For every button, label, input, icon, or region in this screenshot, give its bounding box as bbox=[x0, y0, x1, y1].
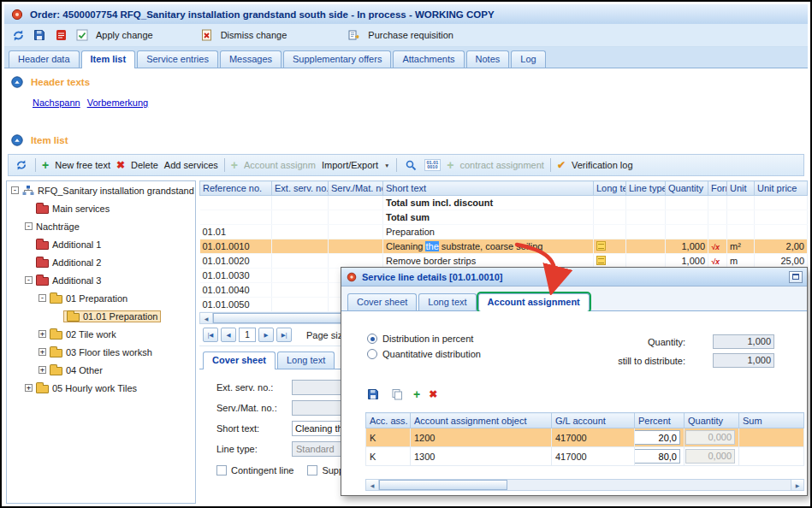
col-percent[interactable]: Percent bbox=[635, 413, 685, 428]
import-export-dropdown-icon[interactable]: ▼ bbox=[384, 162, 389, 168]
purchase-requisition-button[interactable]: Purchase requisition bbox=[368, 30, 453, 40]
tree-item-01-preparation[interactable]: - 01 Preparation bbox=[7, 289, 195, 307]
tree-item-nachtraege[interactable]: - Nachträge bbox=[7, 217, 195, 235]
tree-item-label[interactable]: Additional 2 bbox=[52, 257, 102, 268]
col-line-type[interactable]: Line type bbox=[626, 181, 666, 196]
tree-item-label[interactable]: Main services bbox=[52, 204, 110, 214]
refresh-button[interactable] bbox=[10, 27, 26, 43]
radio-quantitative-distribution[interactable] bbox=[367, 349, 377, 359]
distribution-percent-option[interactable]: Distribution in percent bbox=[367, 334, 473, 344]
renumber-button[interactable]: 01.01 0010 bbox=[424, 159, 442, 171]
copy-button[interactable] bbox=[389, 387, 405, 402]
delete-button[interactable]: Delete bbox=[131, 160, 158, 170]
supplem-line-checkbox[interactable] bbox=[307, 465, 317, 476]
prev-page-button[interactable]: ◀ bbox=[221, 328, 236, 342]
maximize-button[interactable] bbox=[789, 271, 803, 283]
tab-log[interactable]: Log bbox=[511, 50, 545, 68]
tree-item-main-services[interactable]: Main services bbox=[7, 199, 195, 217]
col-quantity[interactable]: Quantity bbox=[666, 181, 708, 196]
expander-icon[interactable]: + bbox=[39, 348, 46, 356]
refresh-items-button[interactable] bbox=[14, 157, 29, 173]
tree-item-03-floor-tiles[interactable]: + 03 Floor tiles worksh bbox=[7, 343, 195, 361]
table-row[interactable]: 01.01 Preparation bbox=[200, 225, 808, 239]
tree-item-label[interactable]: Additional 3 bbox=[52, 275, 102, 286]
new-free-text-icon[interactable]: + bbox=[42, 160, 49, 170]
scroll-left-icon[interactable]: ◀ bbox=[366, 480, 379, 490]
delete-icon[interactable]: ✖ bbox=[116, 160, 125, 170]
expander-icon[interactable]: + bbox=[39, 330, 46, 338]
collapse-section-icon[interactable] bbox=[9, 133, 25, 148]
current-page-box[interactable]: 1 bbox=[239, 328, 256, 342]
verification-log-button[interactable]: Verification log bbox=[572, 160, 633, 170]
dismiss-change-button[interactable]: Dismiss change bbox=[221, 30, 287, 40]
col-reference-no[interactable]: Reference no. bbox=[200, 181, 272, 196]
export-pdf-button[interactable] bbox=[53, 27, 68, 43]
contingent-line-checkbox[interactable] bbox=[216, 465, 227, 476]
add-services-button[interactable]: Add services bbox=[164, 160, 218, 170]
radio-distribution-percent[interactable] bbox=[367, 334, 377, 344]
collapse-section-icon[interactable] bbox=[9, 74, 25, 90]
link-nachspann[interactable]: Nachspann bbox=[33, 97, 80, 108]
last-page-button[interactable]: ▶| bbox=[276, 328, 292, 342]
col-long-text[interactable]: Long text bbox=[594, 181, 626, 196]
tree-item-label[interactable]: 01 Preparation bbox=[66, 293, 127, 304]
tree-item-05-hourly-work[interactable]: + 05 Hourly work Tiles bbox=[7, 379, 195, 397]
long-text-note-icon[interactable] bbox=[596, 241, 606, 251]
expander-icon[interactable]: - bbox=[11, 186, 19, 194]
tree-item-additional-3[interactable]: - Additional 3 bbox=[7, 271, 195, 289]
new-free-text-button[interactable]: New free text bbox=[55, 160, 110, 170]
long-text-note-icon[interactable] bbox=[596, 256, 606, 265]
col-unit-price[interactable]: Unit price bbox=[755, 181, 808, 196]
table-row[interactable]: Total sum incl. discount bbox=[200, 196, 808, 210]
dialog-titlebar[interactable]: Service line details [01.01.0010] bbox=[341, 268, 807, 286]
expander-icon[interactable]: - bbox=[25, 222, 33, 230]
tab-supplementary-offers[interactable]: Supplementary offers bbox=[283, 50, 391, 68]
account-row[interactable]: K 1300 417000 0,000 bbox=[366, 447, 804, 466]
col-quantity[interactable]: Quantity bbox=[685, 413, 739, 428]
tree-item-label[interactable]: 02 Tile work bbox=[66, 329, 116, 340]
save-button[interactable] bbox=[32, 27, 47, 43]
table-row-selected[interactable]: 01.01.0010 Cleaning the substrate, coars… bbox=[200, 239, 808, 254]
col-ext-serv-no[interactable]: Ext. serv. no. bbox=[272, 181, 329, 196]
preview-button[interactable] bbox=[403, 157, 418, 173]
tree-item-additional-2[interactable]: Additional 2 bbox=[7, 253, 195, 271]
tree-item-label[interactable]: 01.01 Preparation bbox=[83, 311, 157, 322]
col-form[interactable]: Form bbox=[708, 181, 727, 196]
tree-item-label[interactable]: Additional 1 bbox=[52, 239, 102, 250]
dismiss-change-icon[interactable] bbox=[199, 27, 215, 43]
tree-item-root[interactable]: - RFQ_Sanitary installation grandstand s… bbox=[7, 181, 195, 199]
add-row-button[interactable]: + bbox=[413, 389, 420, 399]
dialog-tab-cover-sheet[interactable]: Cover sheet bbox=[347, 293, 417, 310]
purchase-requisition-icon[interactable] bbox=[347, 27, 362, 43]
next-page-button[interactable]: ▶ bbox=[258, 328, 274, 342]
tree-item-label[interactable]: 03 Floor tiles worksh bbox=[66, 347, 152, 357]
detail-tab-long-text[interactable]: Long text bbox=[277, 351, 335, 369]
table-row[interactable]: 01.01.0020 Remove border strips 1,000 √x… bbox=[200, 254, 808, 269]
col-short-text[interactable]: Short text bbox=[383, 181, 594, 196]
delete-row-button[interactable]: ✖ bbox=[429, 389, 437, 399]
import-export-button[interactable]: Import/Export bbox=[322, 160, 378, 170]
dialog-horizontal-scrollbar[interactable]: ◀ ▶ bbox=[365, 479, 804, 491]
col-acc-ass-type[interactable]: Acc. ass. Ty bbox=[366, 413, 411, 428]
scroll-right-icon[interactable]: ▶ bbox=[791, 480, 803, 490]
apply-change-icon[interactable] bbox=[74, 27, 90, 43]
verification-log-icon[interactable]: ✔ bbox=[557, 159, 566, 171]
tree-item-label[interactable]: Nachträge bbox=[36, 222, 80, 232]
tab-attachments[interactable]: Attachments bbox=[393, 50, 464, 68]
col-unit[interactable]: Unit bbox=[727, 181, 755, 196]
percent-input[interactable] bbox=[635, 430, 681, 445]
tree-item-label[interactable]: RFQ_Sanitary installation grandstand sou… bbox=[38, 186, 195, 196]
dialog-tab-long-text[interactable]: Long text bbox=[418, 293, 476, 310]
tree-item-02-tile-work[interactable]: + 02 Tile work bbox=[7, 325, 195, 343]
col-sum[interactable]: Sum bbox=[739, 413, 804, 428]
tab-service-entries[interactable]: Service entries bbox=[137, 50, 218, 68]
tree-item-0101-preparation[interactable]: 01.01 Preparation bbox=[7, 307, 195, 325]
expander-icon[interactable]: - bbox=[39, 294, 46, 302]
save-button[interactable] bbox=[365, 387, 381, 402]
quantitative-distribution-option[interactable]: Quantitative distribution bbox=[367, 349, 481, 359]
percent-input[interactable] bbox=[635, 449, 681, 464]
table-row[interactable]: Total sum bbox=[200, 210, 808, 225]
dialog-tab-account-assignment[interactable]: Account assignment bbox=[478, 293, 590, 311]
tab-messages[interactable]: Messages bbox=[220, 50, 282, 68]
expander-icon[interactable]: + bbox=[39, 366, 46, 374]
